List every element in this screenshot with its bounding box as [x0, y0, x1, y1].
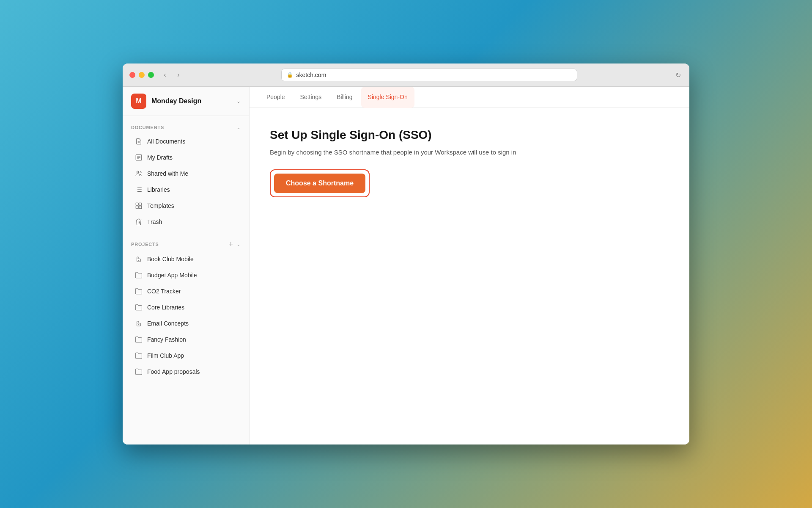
projects-chevron-icon[interactable]: ⌄: [236, 241, 241, 247]
co2-tracker-folder-icon: [134, 287, 143, 295]
sidebar-item-trash[interactable]: Trash: [131, 214, 241, 229]
my-drafts-icon: [134, 153, 143, 162]
food-app-proposals-label: Food App proposals: [147, 368, 200, 375]
my-drafts-label: My Drafts: [147, 154, 173, 161]
top-nav: People Settings Billing Single Sign-On: [250, 87, 689, 108]
core-libraries-folder-icon: [134, 303, 143, 312]
food-app-folder-icon: [134, 367, 143, 376]
projects-section-header: PROJECTS + ⌄: [131, 240, 241, 248]
film-club-app-label: Film Club App: [147, 352, 184, 359]
shared-with-me-icon: [134, 169, 143, 178]
sso-description: Begin by choosing the SSO shortname that…: [270, 149, 669, 156]
documents-section-header: DOCUMENTS ⌄: [131, 124, 241, 130]
templates-label: Templates: [147, 202, 174, 209]
email-concepts-locked-folder-icon: [134, 319, 143, 328]
fancy-fashion-label: Fancy Fashion: [147, 336, 186, 343]
projects-section-title: PROJECTS: [131, 242, 159, 247]
budget-app-folder-icon: [134, 271, 143, 279]
minimize-button[interactable]: [139, 72, 145, 78]
sidebar-item-shared-with-me[interactable]: Shared with Me: [131, 166, 241, 181]
project-item-film-club-app[interactable]: Film Club App: [131, 348, 241, 363]
choose-shortname-button[interactable]: Choose a Shortname: [274, 174, 365, 193]
project-item-budget-app-mobile[interactable]: Budget App Mobile: [131, 268, 241, 283]
maximize-button[interactable]: [148, 72, 154, 78]
content-area: Set Up Single Sign-On (SSO) Begin by cho…: [250, 108, 689, 444]
svg-point-4: [137, 171, 139, 173]
projects-section: PROJECTS + ⌄ Book Club Mobile: [123, 234, 249, 384]
libraries-icon: [134, 185, 143, 194]
book-club-mobile-label: Book Club Mobile: [147, 256, 194, 262]
all-documents-icon: [134, 137, 143, 146]
book-club-locked-folder-icon: [134, 255, 143, 263]
trash-icon: [134, 218, 143, 226]
nav-buttons: ‹ ›: [159, 69, 184, 81]
documents-nav: All Documents My Drafts: [131, 134, 241, 229]
lock-icon: 🔒: [287, 72, 293, 78]
shared-with-me-label: Shared with Me: [147, 170, 188, 177]
svg-point-5: [140, 172, 141, 173]
svg-rect-7: [139, 203, 142, 205]
choose-shortname-wrapper: Choose a Shortname: [270, 169, 370, 197]
workspace-header[interactable]: M Monday Design ⌄: [123, 87, 249, 116]
documents-chevron-icon[interactable]: ⌄: [236, 124, 241, 130]
tab-single-sign-on[interactable]: Single Sign-On: [361, 87, 414, 108]
sidebar: M Monday Design ⌄ DOCUMENTS ⌄: [123, 87, 250, 444]
main-content: People Settings Billing Single Sign-On S…: [250, 87, 689, 444]
url-text: sketch.com: [296, 72, 326, 78]
trash-label: Trash: [147, 218, 162, 225]
film-club-app-folder-icon: [134, 351, 143, 360]
svg-point-13: [138, 324, 139, 325]
browser-window: ‹ › 🔒 sketch.com ↻ M Monday Design ⌄ DOC…: [123, 64, 689, 444]
close-button[interactable]: [129, 72, 135, 78]
sso-title: Set Up Single Sign-On (SSO): [270, 128, 669, 142]
budget-app-mobile-label: Budget App Mobile: [147, 272, 197, 279]
project-item-fancy-fashion[interactable]: Fancy Fashion: [131, 332, 241, 347]
browser-chrome: ‹ › 🔒 sketch.com ↻: [123, 64, 689, 87]
sidebar-item-templates[interactable]: Templates: [131, 198, 241, 213]
sidebar-item-my-drafts[interactable]: My Drafts: [131, 150, 241, 165]
project-item-email-concepts[interactable]: Email Concepts: [131, 316, 241, 331]
app-container: M Monday Design ⌄ DOCUMENTS ⌄: [123, 87, 689, 444]
all-documents-label: All Documents: [147, 138, 185, 145]
workspace-name: Monday Design: [151, 97, 231, 105]
tab-settings[interactable]: Settings: [294, 87, 329, 108]
projects-actions: + ⌄: [228, 240, 241, 248]
tab-people[interactable]: People: [260, 87, 292, 108]
fancy-fashion-folder-icon: [134, 335, 143, 344]
project-item-book-club-mobile[interactable]: Book Club Mobile: [131, 251, 241, 267]
templates-icon: [134, 202, 143, 210]
tab-billing[interactable]: Billing: [330, 87, 359, 108]
project-item-food-app-proposals[interactable]: Food App proposals: [131, 364, 241, 379]
project-item-core-libraries[interactable]: Core Libraries: [131, 300, 241, 315]
sidebar-item-libraries[interactable]: Libraries: [131, 182, 241, 197]
svg-rect-6: [136, 203, 138, 205]
back-button[interactable]: ‹: [159, 69, 171, 81]
co2-tracker-label: CO2 Tracker: [147, 288, 181, 295]
email-concepts-label: Email Concepts: [147, 320, 189, 327]
svg-point-11: [138, 260, 139, 261]
documents-section-title: DOCUMENTS: [131, 125, 164, 130]
traffic-lights: [129, 72, 154, 78]
core-libraries-label: Core Libraries: [147, 304, 184, 311]
svg-rect-8: [136, 206, 138, 209]
workspace-chevron-icon: ⌄: [236, 98, 241, 104]
address-bar[interactable]: 🔒 sketch.com: [281, 69, 577, 81]
documents-section: DOCUMENTS ⌄ All Documents: [123, 116, 249, 234]
project-item-co2-tracker[interactable]: CO2 Tracker: [131, 284, 241, 299]
reload-button[interactable]: ↻: [674, 69, 683, 81]
sidebar-item-all-documents[interactable]: All Documents: [131, 134, 241, 149]
workspace-icon: M: [131, 94, 146, 109]
svg-rect-9: [139, 206, 142, 209]
libraries-label: Libraries: [147, 186, 170, 193]
forward-button[interactable]: ›: [173, 69, 184, 81]
add-project-button[interactable]: +: [228, 240, 233, 248]
